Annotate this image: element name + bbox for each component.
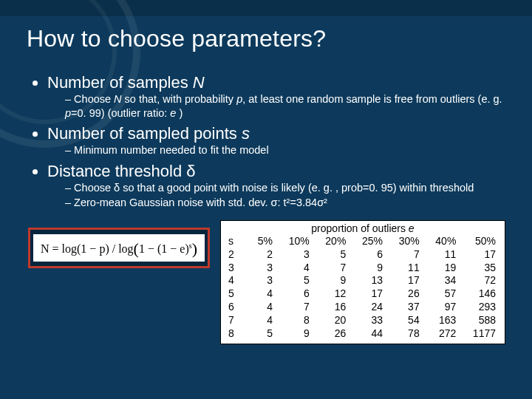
col-25: 25% — [350, 235, 387, 248]
cell: 2 — [248, 248, 277, 262]
cell-s: 8 — [225, 327, 248, 341]
col-10: 10% — [277, 235, 314, 248]
cell: 7 — [277, 301, 314, 314]
paren-open: ( — [134, 239, 139, 258]
cell: 20 — [314, 314, 351, 327]
cell: 7 — [314, 262, 351, 275]
cell: 11 — [424, 248, 461, 262]
cell: 17 — [460, 248, 500, 262]
text: =0. 99) (outlier ratio: — [71, 107, 170, 119]
cell: 24 — [350, 301, 387, 314]
outlier-table: proportion of outliers e s 5% 10% 20% 25… — [220, 220, 505, 344]
cell: 16 — [314, 301, 351, 314]
cell-s: 6 — [225, 301, 248, 314]
cell: 4 — [248, 301, 277, 314]
cell-s: 5 — [225, 287, 248, 301]
cell: 3 — [248, 262, 277, 275]
bottom-row: N = log(1 − p) / log(1 − (1 − e)s) propo… — [27, 220, 505, 344]
col-5: 5% — [248, 235, 277, 248]
cell-s: 4 — [225, 274, 248, 287]
cell: 3 — [277, 248, 314, 262]
var-s: s — [242, 124, 250, 143]
cell: 7 — [387, 248, 424, 262]
paren-close: ) — [192, 239, 197, 258]
col-40: 40% — [424, 235, 461, 248]
formula: N = log(1 − p) / log(1 − (1 − e)s) — [33, 234, 205, 262]
text: , at least one random sample is free fro… — [242, 93, 502, 105]
cell: 588 — [460, 314, 500, 327]
var-N: N — [193, 73, 205, 92]
bullet-samples: Number of samples N Choose N so that, wi… — [47, 73, 505, 120]
table-head-row: s 5% 10% 20% 25% 30% 40% 50% — [225, 235, 500, 248]
var-N2: N — [114, 93, 121, 105]
cell: 5 — [248, 327, 277, 341]
formula-inner: 1 − (1 − e) — [139, 242, 189, 255]
table-caption: proportion of outliers e — [225, 222, 500, 235]
table-row: 435913173472 — [225, 274, 500, 287]
cell: 44 — [350, 327, 387, 341]
col-20: 20% — [314, 235, 351, 248]
text: ) — [176, 107, 183, 119]
cell-s: 7 — [225, 314, 248, 327]
table-body: 2235671117334791119354359131734725461217… — [225, 248, 500, 341]
bullet-points: Number of sampled points s Minimum numbe… — [47, 124, 505, 157]
cell: 272 — [424, 327, 461, 341]
cell: 97 — [424, 301, 461, 314]
text: Choose — [74, 182, 114, 194]
cell: 11 — [387, 262, 424, 275]
cell: 6 — [350, 248, 387, 262]
bullet-distance-sub1: Choose δ so that a good point with noise… — [65, 181, 505, 195]
cell: 146 — [460, 287, 500, 301]
cell: 5 — [314, 248, 351, 262]
cell: 26 — [314, 327, 351, 341]
bullet-samples-sub: Choose N so that, with probability p, at… — [65, 92, 505, 120]
table-row: 2235671117 — [225, 248, 500, 262]
cell-s: 2 — [225, 248, 248, 262]
cell: 6 — [277, 287, 314, 301]
col-30: 30% — [387, 235, 424, 248]
table-row: 54612172657146 — [225, 287, 500, 301]
bullet-distance-sub2: Zero-mean Gaussian noise with std. dev. … — [65, 196, 505, 210]
cell: 17 — [350, 287, 387, 301]
cell: 26 — [387, 287, 424, 301]
table-row: 748203354163588 — [225, 314, 500, 327]
table: s 5% 10% 20% 25% 30% 40% 50% 22356711173… — [225, 235, 500, 341]
cell: 57 — [424, 287, 461, 301]
bullet-points-sub: Minimum number needed to fit the model — [65, 143, 505, 157]
caption-text: proportion of outliers — [311, 222, 409, 234]
table-row: 64716243797293 — [225, 301, 500, 314]
table-row: 8592644782721177 — [225, 327, 500, 341]
cell: 35 — [460, 262, 500, 275]
cell: 5 — [277, 274, 314, 287]
cell: 8 — [277, 314, 314, 327]
cell: 54 — [387, 314, 424, 327]
cell: 72 — [460, 274, 500, 287]
cell: 4 — [277, 262, 314, 275]
caption-var: e — [409, 222, 415, 234]
cell: 12 — [314, 287, 351, 301]
bullet-distance-label: Distance threshold — [47, 162, 186, 180]
bullet-distance: Distance threshold δ Choose δ so that a … — [47, 162, 505, 210]
cell: 17 — [387, 274, 424, 287]
cell: 37 — [387, 301, 424, 314]
var-p2: p — [65, 107, 71, 119]
text: so that, with probability — [122, 93, 237, 105]
cell: 1177 — [460, 327, 500, 341]
bullet-points-label: Number of sampled points — [47, 124, 242, 143]
cell: 4 — [248, 287, 277, 301]
cell: 33 — [350, 314, 387, 327]
slide-title: How to choose parameters? — [27, 25, 505, 52]
formula-box: N = log(1 − p) / log(1 − (1 − e)s) — [28, 228, 210, 268]
cell: 34 — [424, 274, 461, 287]
cell: 9 — [277, 327, 314, 341]
text: so that a good point with noise is likel… — [120, 182, 474, 194]
cell: 78 — [387, 327, 424, 341]
cell-s: 3 — [225, 262, 248, 275]
bullet-list: Number of samples N Choose N so that, wi… — [27, 73, 505, 210]
cell: 293 — [460, 301, 500, 314]
cell: 3 — [248, 274, 277, 287]
text: Choose — [74, 93, 114, 105]
cell: 19 — [424, 262, 461, 275]
bullet-samples-label: Number of samples — [47, 73, 193, 92]
var-delta: δ — [186, 162, 195, 180]
